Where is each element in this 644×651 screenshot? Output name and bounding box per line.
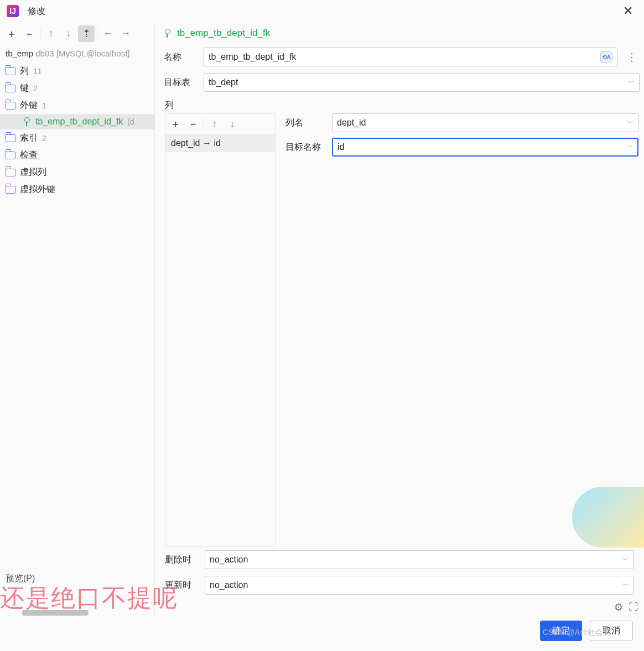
target-name-dropdown[interactable]: id ﹀ [332,138,638,157]
add-col-button[interactable]: ＋ [167,116,184,132]
folder-icon [6,67,15,75]
col-name-label: 列名 [285,117,324,129]
left-toolbar: ＋ － ↑ ↓ ⇡ ← → [0,22,154,45]
decorative-bubble [572,487,644,548]
col-up-button[interactable]: ↑ [206,116,223,132]
breadcrumb-conn: db03 [MySQL@localhost] [35,49,129,58]
add-button[interactable]: ＋ [3,25,20,42]
app-icon: IJ [7,5,19,17]
folder-icon [6,186,15,194]
forward-button[interactable]: → [117,25,134,42]
target-name-label: 目标名称 [285,142,324,153]
on-delete-label: 删除时 [165,554,198,566]
object-tree: 列11 键2 外键1 tb_emp_tb_dept_id_fk(d 索引2 检查… [0,61,154,608]
gear-icon[interactable]: ⚙ [614,601,623,613]
object-title: tb_emp_tb_dept_id_fk [177,28,270,39]
key-icon [163,29,172,38]
fk-name: tb_emp_tb_dept_id_fk [35,117,123,127]
name-label: 名称 [164,51,197,63]
col-name-dropdown[interactable]: dept_id ﹀ [332,113,638,132]
separator [204,118,204,130]
watermark-text: 还是绝口不提呢 [0,582,178,614]
close-icon[interactable]: ✕ [619,4,637,18]
tree-checks[interactable]: 检查 [0,147,154,164]
separator [97,28,97,40]
cols-list: ＋ － ↑ ↓ dept_id → id [165,113,276,547]
tree-virtual-fk[interactable]: 虚拟外键 [0,181,154,198]
left-panel: ＋ － ↑ ↓ ⇡ ← → tb_emp db03 [MySQL@localho… [0,22,155,618]
breadcrumb-table: tb_emp [6,49,33,58]
on-delete-dropdown[interactable]: no_action ﹀ [205,550,634,569]
target-table-label: 目标表 [164,77,197,88]
object-header: tb_emp_tb_dept_id_fk [159,25,644,44]
folder-icon [6,152,15,159]
tree-foreign-keys[interactable]: 外键1 [0,97,154,114]
folder-icon [6,134,15,142]
tree-columns[interactable]: 列11 [0,63,154,80]
remove-button[interactable]: － [21,25,38,42]
expand-icon[interactable]: ⛶ [629,601,638,613]
name-input[interactable]: tb_emp_tb_dept_id_fk ⟲A [204,48,617,66]
watermark-csdn: CSDN @A什社会笑 [543,628,611,638]
folder-icon [6,169,15,176]
remove-col-button[interactable]: － [185,116,201,132]
chevron-down-icon: ﹀ [627,118,633,128]
window-title: 修改 [28,6,45,17]
folder-icon [6,85,15,92]
folder-icon [6,102,15,110]
tree-indexes[interactable]: 索引2 [0,129,154,147]
cols-section-label: 列 [159,95,644,112]
move-down-button[interactable]: ↓ [60,25,77,42]
back-button[interactable]: ← [100,25,116,42]
tree-fk-item[interactable]: tb_emp_tb_dept_id_fk(d [0,114,154,129]
chevron-down-icon: ﹀ [626,143,633,152]
cols-toolbar: ＋ － ↑ ↓ [165,114,275,134]
move-top-button[interactable]: ⇡ [78,25,95,42]
target-table-dropdown[interactable]: tb_dept ﹀ [204,73,640,92]
on-update-dropdown[interactable]: no_action ﹀ [205,576,634,595]
col-mapping-item[interactable]: dept_id → id [165,134,275,152]
titlebar: IJ 修改 ✕ [0,0,644,22]
translate-icon[interactable]: ⟲A [600,51,612,63]
chevron-down-icon: ﹀ [622,581,629,590]
chevron-down-icon: ﹀ [628,78,635,87]
key-icon [22,117,31,126]
right-panel: tb_emp_tb_dept_id_fk 名称 tb_emp_tb_dept_i… [155,22,644,618]
more-icon[interactable]: ⋮ [624,50,640,64]
chevron-down-icon: ﹀ [622,555,629,565]
tree-virtual-cols[interactable]: 虚拟列 [0,164,154,181]
tree-keys[interactable]: 键2 [0,80,154,97]
col-down-button[interactable]: ↓ [224,116,241,132]
breadcrumb: tb_emp db03 [MySQL@localhost] [0,45,154,61]
separator [40,28,40,40]
move-up-button[interactable]: ↑ [43,25,59,42]
